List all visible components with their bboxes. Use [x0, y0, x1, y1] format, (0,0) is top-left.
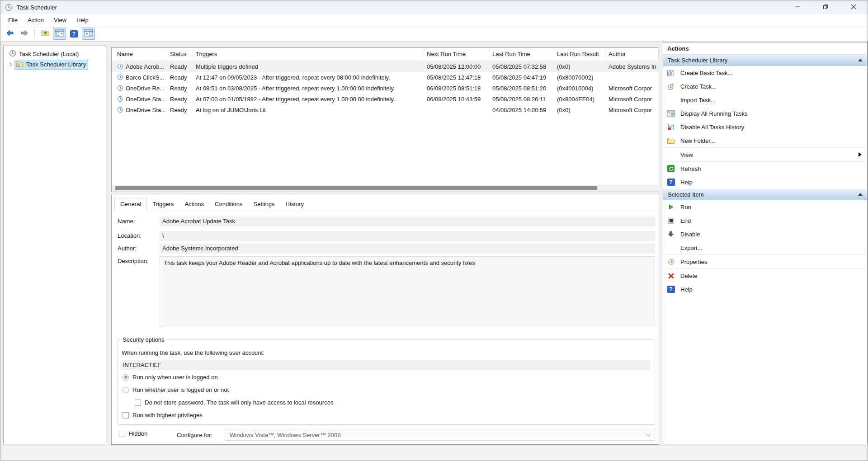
table-row[interactable]: OneDrive Sta... Ready At 07:00 on 01/05/… — [112, 94, 659, 104]
collapse-icon[interactable] — [858, 193, 863, 196]
checkbox-run-highest-privileges[interactable]: Run with highest privileges — [123, 412, 203, 419]
tab-settings[interactable]: Settings — [248, 198, 280, 210]
help-button[interactable]: ? — [67, 28, 80, 40]
task-author: Microsoft Corpor — [606, 96, 659, 103]
restore-button[interactable] — [811, 0, 840, 14]
description-field: This task keeps your Adobe Reader and Ac… — [160, 256, 655, 327]
task-status: Ready — [167, 63, 193, 70]
group-header-task-scheduler-library[interactable]: Task Scheduler Library — [663, 55, 867, 66]
tab-actions[interactable]: Actions — [179, 198, 209, 210]
console-tree-panel: Task Scheduler (Local) Task Scheduler Li… — [3, 46, 106, 444]
action-label: Refresh — [680, 165, 701, 172]
tab-conditions[interactable]: Conditions — [209, 198, 248, 210]
show-action-pane-button[interactable] — [82, 28, 95, 40]
action-run[interactable]: Run — [663, 200, 867, 214]
action-import-task[interactable]: Import Task... — [663, 93, 867, 107]
action-display-all-running-tasks[interactable]: Display All Running Tasks — [663, 107, 867, 120]
action-view[interactable]: View — [663, 148, 867, 161]
action-refresh[interactable]: Refresh — [663, 162, 867, 175]
menu-action[interactable]: Action — [23, 15, 49, 25]
column-header-status[interactable]: Status — [167, 50, 193, 59]
details-footer: Hidden Configure for: Windows Vista™, Wi… — [112, 430, 659, 444]
table-row[interactable]: Barco ClickS... Ready At 12:47 on 09/05/… — [112, 72, 659, 83]
action-label: Create Task... — [680, 83, 717, 90]
task-last-result: (0x0) — [554, 107, 606, 113]
task-name: OneDrive Sta... — [126, 96, 166, 103]
horizontal-scrollbar[interactable] — [112, 185, 658, 192]
security-intro-text: When running the task, use the following… — [122, 349, 264, 356]
radio-run-logged-on-or-not[interactable]: Run whether user is logged on or not — [123, 386, 229, 393]
task-triggers: At 07:00 on 01/05/1992 - After triggered… — [193, 96, 424, 103]
task-clock-icon — [117, 63, 123, 70]
up-one-level-button[interactable] — [38, 28, 52, 40]
group-header-selected-item[interactable]: Selected Item — [663, 189, 867, 200]
column-header-last-run[interactable]: Last Run Time — [490, 50, 554, 59]
action-label: Delete — [680, 273, 698, 279]
task-next-run: 05/08/2025 12:00:00 — [424, 63, 490, 70]
submenu-arrow-icon — [859, 152, 862, 157]
statusbar — [0, 446, 868, 461]
task-last-result: (0x8004EE04) — [554, 96, 606, 103]
radio-unselected-icon — [123, 387, 129, 393]
help-icon: ? — [666, 178, 675, 186]
menu-file[interactable]: File — [3, 15, 23, 25]
action-create-basic-task[interactable]: Create Basic Task... — [663, 66, 867, 80]
collapse-icon[interactable] — [858, 59, 863, 61]
action-disable-all-tasks-history[interactable]: Disable All Tasks History — [663, 120, 867, 134]
menu-view[interactable]: View — [49, 15, 71, 25]
action-label: Export... — [680, 245, 702, 251]
task-last-result: (0x40010004) — [554, 85, 606, 92]
create-task-icon — [666, 82, 675, 90]
action-delete[interactable]: Delete — [663, 269, 867, 282]
tab-triggers[interactable]: Triggers — [147, 198, 179, 210]
action-help-selected[interactable]: ? Help — [663, 282, 867, 296]
action-disable[interactable]: Disable — [663, 227, 867, 241]
tree-selection: Task Scheduler Library — [14, 60, 88, 70]
action-help[interactable]: ? Help — [663, 175, 867, 189]
menubar: File Action View Help — [0, 14, 868, 26]
task-scheduler-window: Task Scheduler File Action View Help — [0, 0, 868, 461]
radio-run-logged-on[interactable]: Run only when user is logged on — [123, 374, 218, 381]
disable-history-icon — [666, 123, 675, 131]
actions-panel: Actions Task Scheduler Library Create Ba… — [663, 42, 868, 444]
action-new-folder[interactable]: New Folder... — [663, 134, 867, 147]
clock-icon — [9, 50, 16, 58]
column-header-name[interactable]: Name — [114, 50, 167, 59]
minimize-button[interactable] — [783, 0, 811, 14]
checkbox-icon — [123, 412, 129, 419]
configure-for-dropdown[interactable]: Windows Vista™, Windows Server™ 2008 — [225, 429, 655, 441]
radio-selected-icon — [123, 374, 129, 381]
tree-item-task-scheduler-local[interactable]: Task Scheduler (Local) — [4, 49, 106, 59]
back-button[interactable] — [3, 28, 16, 40]
action-export[interactable]: Export... — [663, 241, 867, 254]
action-create-task[interactable]: Create Task... — [663, 80, 867, 93]
column-header-triggers[interactable]: Triggers — [193, 50, 424, 59]
action-label: New Folder... — [680, 137, 715, 144]
checkbox-icon — [135, 400, 141, 406]
column-header-last-result[interactable]: Last Run Result — [554, 50, 606, 59]
minimize-icon — [795, 4, 800, 11]
show-console-tree-button[interactable] — [53, 28, 66, 40]
checkbox-hidden[interactable]: Hidden — [119, 430, 147, 437]
chevron-down-icon — [646, 431, 651, 436]
action-end[interactable]: End — [663, 214, 867, 227]
expander-icon[interactable] — [8, 62, 12, 67]
menu-help[interactable]: Help — [71, 15, 94, 25]
column-header-next-run[interactable]: Next Run Time — [424, 50, 490, 59]
hidden-label: Hidden — [129, 430, 147, 437]
scrollbar-thumb[interactable] — [115, 186, 597, 190]
column-header-author[interactable]: Author — [606, 50, 659, 59]
close-button[interactable] — [840, 0, 868, 14]
action-properties[interactable]: Properties — [663, 255, 867, 268]
tab-general[interactable]: General — [114, 198, 147, 210]
tab-history[interactable]: History — [280, 198, 309, 210]
forward-button[interactable] — [18, 28, 31, 40]
tree-item-task-scheduler-library[interactable]: Task Scheduler Library — [4, 59, 106, 70]
task-clock-icon — [117, 85, 123, 91]
table-row[interactable]: OneDrive Sta... Ready At log on of JUMO\… — [112, 104, 659, 115]
task-status: Ready — [167, 85, 193, 92]
name-label: Name: — [118, 218, 135, 225]
table-row[interactable]: Adobe Acrob... Ready Multiple triggers d… — [112, 61, 659, 72]
table-row[interactable]: OneDrive Re... Ready At 08:51 on 03/08/2… — [112, 83, 659, 94]
checkbox-do-not-store-password[interactable]: Do not store password. The task will onl… — [135, 399, 333, 406]
